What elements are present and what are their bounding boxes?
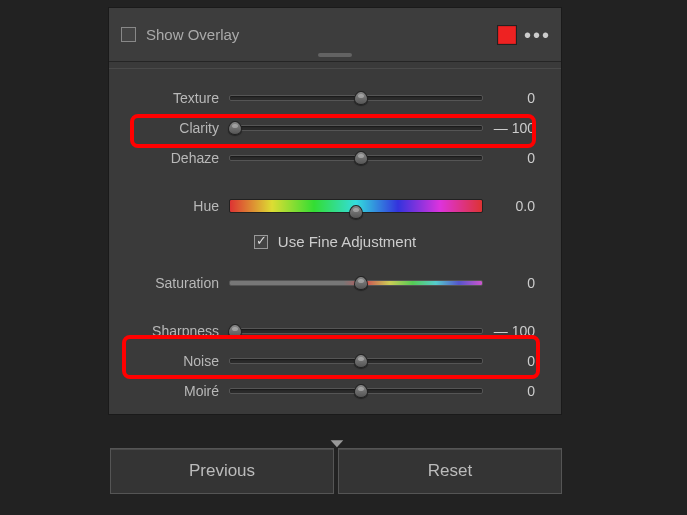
noise-label: Noise: [131, 353, 229, 369]
saturation-value[interactable]: 0: [483, 275, 539, 291]
noise-knob[interactable]: [354, 354, 368, 368]
dehaze-value[interactable]: 0: [483, 150, 539, 166]
fine-adjust-checkbox[interactable]: [254, 235, 268, 249]
dehaze-row: Dehaze 0: [131, 143, 539, 173]
panel-grip-icon[interactable]: [318, 53, 352, 57]
previous-button[interactable]: Previous: [110, 448, 334, 494]
sharpness-slider[interactable]: [229, 328, 483, 334]
texture-knob[interactable]: [354, 91, 368, 105]
texture-slider[interactable]: [229, 95, 483, 101]
dehaze-label: Dehaze: [131, 150, 229, 166]
moire-row: Moiré 0: [131, 376, 539, 406]
footer-buttons: Previous Reset: [110, 448, 562, 494]
dehaze-slider[interactable]: [229, 155, 483, 161]
texture-row: Texture 0: [131, 83, 539, 113]
noise-value[interactable]: 0: [483, 353, 539, 369]
fine-adjust-row: Use Fine Adjustment: [131, 233, 539, 250]
clarity-slider[interactable]: [229, 125, 483, 131]
panel-header: Show Overlay •••: [109, 8, 561, 62]
sharpness-row: Sharpness — 100: [131, 316, 539, 346]
hue-slider[interactable]: [229, 199, 483, 213]
clarity-label: Clarity: [131, 120, 229, 136]
hue-row: Hue 0.0: [131, 191, 539, 221]
dehaze-knob[interactable]: [354, 151, 368, 165]
noise-row: Noise 0: [131, 346, 539, 376]
reset-button[interactable]: Reset: [338, 448, 562, 494]
hue-value[interactable]: 0.0: [483, 198, 539, 214]
clarity-knob[interactable]: [228, 121, 242, 135]
develop-panel: Show Overlay ••• Texture 0 Clarity — 100…: [108, 7, 562, 415]
moire-slider[interactable]: [229, 388, 483, 394]
moire-label: Moiré: [131, 383, 229, 399]
saturation-row: Saturation 0: [131, 268, 539, 298]
moire-value[interactable]: 0: [483, 383, 539, 399]
fine-adjust-label: Use Fine Adjustment: [278, 233, 416, 250]
saturation-slider[interactable]: [229, 280, 483, 286]
clarity-value[interactable]: — 100: [483, 120, 539, 136]
noise-slider[interactable]: [229, 358, 483, 364]
overlay-color-swatch[interactable]: [497, 25, 517, 45]
texture-value[interactable]: 0: [483, 90, 539, 106]
saturation-label: Saturation: [131, 275, 229, 291]
panel-body: Texture 0 Clarity — 100 Dehaze 0 Hue: [109, 68, 561, 414]
texture-label: Texture: [131, 90, 229, 106]
show-overlay-checkbox[interactable]: [121, 27, 136, 42]
sharpness-value[interactable]: — 100: [483, 323, 539, 339]
more-options-icon[interactable]: •••: [524, 25, 551, 45]
show-overlay-label: Show Overlay: [146, 26, 239, 43]
clarity-row: Clarity — 100: [131, 113, 539, 143]
sharpness-knob[interactable]: [228, 324, 242, 338]
hue-label: Hue: [131, 198, 229, 214]
moire-knob[interactable]: [354, 384, 368, 398]
hue-knob[interactable]: [349, 205, 363, 219]
sharpness-label: Sharpness: [131, 323, 229, 339]
saturation-knob[interactable]: [354, 276, 368, 290]
